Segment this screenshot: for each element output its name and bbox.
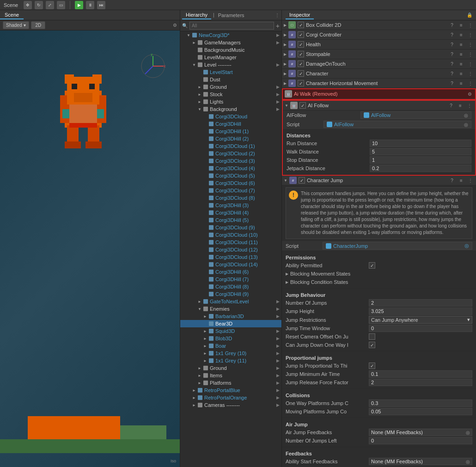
air-jump-target-icon[interactable]: ◎ — [466, 430, 470, 435]
checkbox-damage[interactable] — [298, 61, 304, 67]
tree-arrow-gatetonextlevel[interactable] — [197, 299, 202, 304]
tree-arrow-newcorgi3d[interactable] — [186, 32, 191, 38]
tree-item-stock[interactable]: Stock▶ — [180, 91, 281, 98]
menu-btn-char[interactable]: ⋮ — [467, 70, 474, 77]
checkbox-box-collider[interactable] — [298, 22, 304, 28]
tree-item-corgi3dhill8[interactable]: Corgi3DHill (8) — [180, 283, 281, 290]
one-way-platforms-value[interactable]: 0.3 — [369, 399, 472, 407]
expand-arrow-retroportalorange[interactable]: ▶ — [276, 395, 280, 400]
settings-btn-jump[interactable]: ≡ — [458, 177, 465, 184]
step-btn[interactable]: ⏭ — [97, 1, 105, 9]
tree-item-corgi3dcloud8[interactable]: Corgi3DCloud (8) — [180, 194, 281, 202]
settings-btn-stomp[interactable]: ≡ — [458, 50, 465, 58]
tree-item-gamemanagers[interactable]: GameManagers▶ — [180, 39, 281, 46]
tree-arrow-corgi3dcloud4[interactable] — [202, 166, 208, 171]
char-jump-header[interactable]: ▼ # Character Jump ? ≡ ⋮ — [282, 176, 476, 185]
tree-item-retroportalorange[interactable]: RetroPortalOrange▶ — [180, 394, 281, 401]
expand-arrow-gamemanagers[interactable]: ▶ — [276, 40, 280, 45]
settings-btn-ai-follow[interactable]: ≡ — [457, 102, 464, 109]
tree-arrow-corgi3dhill6[interactable] — [202, 269, 208, 275]
tree-item-squid3d[interactable]: Squid3D▶ — [180, 327, 281, 335]
tree-item-corgi3dcloud4[interactable]: Corgi3DCloud (4) — [180, 165, 281, 172]
hierarchy-search[interactable] — [189, 22, 274, 30]
tree-item-corgi3dcloud7[interactable]: Corgi3DCloud (7) — [180, 187, 281, 194]
char-horiz-header[interactable]: ▶ # Character Horizontal Movement ? ≡ ⋮ — [282, 79, 476, 88]
help-btn-damage[interactable]: ? — [448, 60, 456, 68]
tree-arrow-barbarian3d[interactable] — [202, 313, 208, 319]
tree-item-platforms[interactable]: Platforms▶ — [180, 379, 281, 387]
help-btn-ai-follow[interactable]: ? — [447, 102, 455, 109]
expand-arrow-blob3d[interactable]: ▶ — [276, 336, 280, 341]
tree-arrow-corgi3dcloud6[interactable] — [202, 180, 208, 186]
num-jumps-value[interactable]: 2 — [369, 299, 472, 307]
expand-arrow-gatetonextlevel[interactable]: ▶ — [276, 299, 280, 304]
tree-arrow-items[interactable] — [197, 373, 202, 378]
help-btn-health[interactable]: ? — [448, 41, 456, 48]
settings-btn-charh[interactable]: ≡ — [458, 80, 465, 87]
tree-item-levelstart[interactable]: LevelStart — [180, 68, 281, 76]
tree-arrow-platforms[interactable] — [197, 380, 202, 386]
tree-item-backgroundmusic[interactable]: BackgroundMusic — [180, 46, 281, 54]
menu-icon[interactable]: ⋮ — [467, 21, 474, 29]
expand-arrow-squid3d[interactable]: ▶ — [276, 329, 280, 333]
settings-btn-char[interactable]: ≡ — [458, 70, 465, 77]
tree-item-gatetonextlevel[interactable]: GateToNextLevel▶ — [180, 298, 281, 305]
tree-item-corgi3dhill1[interactable]: Corgi3DHill (1) — [180, 128, 281, 135]
reset-camera-check[interactable] — [369, 333, 375, 340]
tree-item-lights[interactable]: Lights▶ — [180, 98, 281, 105]
walk-distance-value[interactable]: 5 — [370, 148, 471, 155]
2d-toggle[interactable]: 2D — [31, 21, 45, 29]
move-tool[interactable]: ✥ — [24, 1, 32, 9]
tree-item-corgi3dcloud11[interactable]: Corgi3DCloud (11) — [180, 239, 281, 246]
tree-item-corgi3dcloud14[interactable]: Corgi3DCloud (14) — [180, 261, 281, 268]
checkbox-corgi[interactable] — [298, 31, 304, 38]
checkbox-char-horiz[interactable] — [298, 80, 304, 86]
checkbox-health[interactable] — [298, 41, 304, 48]
menu-btn-corgi[interactable]: ⋮ — [467, 31, 474, 38]
checkbox-ai-follow[interactable] — [299, 102, 306, 109]
tree-arrow-ground[interactable] — [197, 84, 202, 90]
tree-item-bear3d[interactable]: Bear3D — [180, 320, 281, 327]
tree-arrow-corgi3dcloud9[interactable] — [202, 225, 208, 230]
tree-arrow-levelstart[interactable] — [197, 69, 202, 75]
tree-arrow-corgi3dhill9[interactable] — [202, 291, 208, 297]
tree-arrow-corgi3dhill8[interactable] — [202, 284, 208, 289]
help-icon[interactable]: ? — [448, 21, 456, 29]
tree-item-corgi3dhill9[interactable]: Corgi3DHill (9) — [180, 290, 281, 298]
jump-down-check[interactable] — [369, 342, 375, 348]
tree-item-newcorgi3d[interactable]: NewCorgi3D*▶ — [180, 31, 281, 39]
tree-item-boar[interactable]: Boar▶ — [180, 342, 281, 350]
tree-arrow-corgi3dcloud12[interactable] — [202, 247, 208, 252]
moving-platforms-value[interactable]: 0.05 — [369, 408, 472, 415]
add-icon[interactable]: + — [276, 22, 280, 30]
tree-item-corgi3dhill3[interactable]: Corgi3DHill (3) — [180, 202, 281, 209]
tree-item-ground[interactable]: Ground▶ — [180, 83, 281, 91]
jump-height-value[interactable]: 3.025 — [369, 307, 472, 315]
tree-item-corgi3dcloud9[interactable]: Corgi3DCloud (9) — [180, 224, 281, 231]
tree-item-corgi3dhill4[interactable]: Corgi3DHill (4) — [180, 209, 281, 216]
tree-item-levelmanager[interactable]: LevelManager — [180, 54, 281, 61]
tree-item-corgi3dhill5[interactable]: Corgi3DHill (5) — [180, 216, 281, 224]
scene-tab[interactable]: Scene — [0, 11, 24, 19]
tree-arrow-gamemanagers[interactable] — [191, 40, 197, 45]
tree-arrow-stock[interactable] — [197, 92, 202, 97]
tree-arrow-corgi3dhill1[interactable] — [202, 129, 208, 134]
parameters-tab[interactable]: Parameters — [214, 12, 248, 19]
jump-script-value[interactable]: CharacterJump ◎ — [323, 242, 472, 250]
tree-arrow-level[interactable] — [191, 62, 197, 68]
tree-arrow-corgi3dhill4[interactable] — [202, 210, 208, 215]
tree-item-cameras[interactable]: Cameras --------▶ — [180, 401, 281, 409]
expand-arrow-grey10[interactable]: ▶ — [276, 351, 280, 356]
expand-arrow-enemies[interactable]: ▶ — [276, 307, 280, 311]
tree-item-level[interactable]: Level --------▶ — [180, 61, 281, 68]
help-btn-char[interactable]: ? — [448, 70, 456, 77]
tree-arrow-corgi3dhill[interactable] — [202, 121, 208, 127]
run-distance-value[interactable]: 10 — [370, 140, 471, 147]
tree-arrow-dust[interactable] — [197, 77, 202, 82]
tree-arrow-corgi3dcloud7[interactable] — [202, 188, 208, 193]
help-btn-charh[interactable]: ? — [448, 80, 456, 87]
tree-item-corgi3dcloud2[interactable]: Corgi3DCloud (2) — [180, 150, 281, 157]
jump-script-target[interactable]: ◎ — [464, 243, 469, 249]
tree-arrow-blob3d[interactable] — [202, 336, 208, 341]
tree-item-corgi3dhill[interactable]: Corgi3DHill — [180, 120, 281, 128]
